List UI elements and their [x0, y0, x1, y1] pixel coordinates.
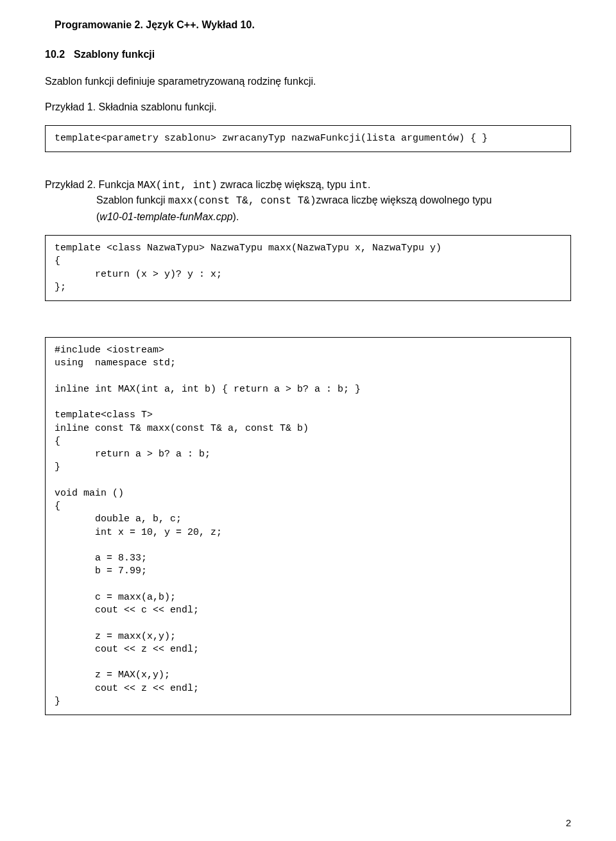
- code-line: inline const T& maxx(const T& a, const T…: [55, 423, 309, 434]
- inline-code: int: [349, 180, 368, 191]
- code-line: z = maxx(x,y);: [55, 631, 176, 642]
- intro-paragraph: Szablon funkcji definiuje sparametryzowa…: [45, 74, 571, 89]
- code-line: cout << z << endl;: [55, 683, 199, 694]
- text: zwraca liczbę większą, typu: [218, 179, 349, 190]
- code-box-1: template<parametry szablonu> zwracanyTyp…: [45, 125, 571, 152]
- code-line: return (x > y)? y : x;: [55, 269, 222, 280]
- code-line: {: [55, 256, 60, 266]
- document-title: Programowanie 2. Język C++. Wykład 10.: [55, 19, 571, 31]
- inline-code: MAX(int, int): [137, 180, 218, 191]
- example1-label: Przykład 1. Składnia szablonu funkcji.: [45, 100, 571, 114]
- code-line: inline int MAX(int a, int b) { return a …: [55, 384, 361, 395]
- section-number: 10.2: [45, 49, 74, 60]
- code-line: cout << z << endl;: [55, 644, 199, 655]
- code-line: c = maxx(a,b);: [55, 592, 176, 603]
- code-line: cout << c << endl;: [55, 605, 199, 616]
- code-line: };: [55, 282, 66, 293]
- code-line: z = MAX(x,y);: [55, 670, 170, 681]
- code-line: template <class NazwaTypu> NazwaTypu max…: [55, 243, 441, 254]
- text: ).: [233, 211, 239, 222]
- section-title: Szablony funkcji: [74, 49, 155, 60]
- code-box-2: template <class NazwaTypu> NazwaTypu max…: [45, 235, 571, 301]
- code-line: {: [55, 436, 60, 447]
- code-line: using namespace std;: [55, 358, 176, 368]
- example2-indent1: Szablon funkcji maxx(const T&, const T&)…: [45, 193, 571, 209]
- inline-code: maxx(const T&, const T&): [168, 195, 316, 207]
- filename-italic: w10-01-template-funMax.cpp: [99, 211, 232, 222]
- code-box-3: #include <iostream> using namespace std;…: [45, 337, 571, 715]
- code-line: }: [55, 696, 60, 707]
- section-heading: 10.2 Szablony funkcji: [45, 49, 571, 60]
- code-line: void main (): [55, 488, 124, 499]
- code-line: template<class T>: [55, 410, 153, 420]
- code-line: #include <iostream>: [55, 345, 164, 356]
- text: Szablon funkcji: [96, 195, 168, 205]
- page-container: Programowanie 2. Język C++. Wykład 10. 1…: [0, 0, 616, 841]
- code-line: }: [55, 462, 60, 473]
- code-line: b = 7.99;: [55, 566, 147, 577]
- page-number: 2: [566, 817, 571, 828]
- example2-line1: Przykład 2. Funkcja MAX(int, int) zwraca…: [45, 178, 571, 193]
- code-line: template<parametry szablonu> zwracanyTyp…: [55, 133, 488, 144]
- example2-indent2: (w10-01-template-funMax.cpp).: [45, 210, 571, 224]
- code-line: int x = 10, y = 20, z;: [55, 527, 222, 538]
- text: zwraca liczbę większą dowolnego typu: [316, 195, 492, 205]
- code-line: return a > b? a : b;: [55, 449, 210, 460]
- code-line: a = 8.33;: [55, 553, 147, 564]
- code-line: {: [55, 501, 60, 512]
- code-line: double a, b, c;: [55, 514, 182, 525]
- text: Przykład 2. Funkcja: [45, 179, 137, 190]
- text: .: [368, 179, 370, 190]
